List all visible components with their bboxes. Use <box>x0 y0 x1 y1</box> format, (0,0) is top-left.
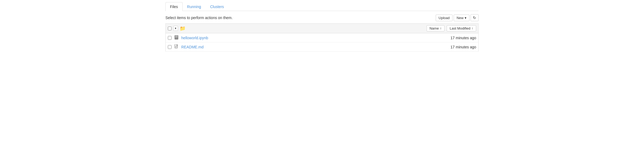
toolbar-actions: Upload New ▾ ↻ <box>436 14 479 21</box>
text-file-icon-readme <box>174 44 179 49</box>
tab-files[interactable]: Files <box>165 2 183 11</box>
sort-name-label: Name <box>430 26 439 30</box>
file-row-left-readme: README.md <box>168 44 203 49</box>
svg-rect-1 <box>175 36 178 36</box>
header-left: ▾ 📁 <box>168 26 186 31</box>
file-row-readme: README.md 17 minutes ago <box>165 42 479 52</box>
notebook-icon-helloworld <box>174 35 179 40</box>
file-link-helloworld[interactable]: helloworld.ipynb <box>181 36 208 40</box>
new-button[interactable]: New ▾ <box>454 15 469 21</box>
refresh-button[interactable]: ↻ <box>471 14 479 21</box>
tab-bar: Files Running Clusters <box>165 2 479 11</box>
header-right: Name ↑ Last Modified ↑ <box>427 25 476 31</box>
select-all-checkbox[interactable] <box>168 27 172 30</box>
tab-running[interactable]: Running <box>183 2 206 11</box>
select-dropdown[interactable]: ▾ <box>173 26 178 31</box>
svg-rect-3 <box>175 37 177 37</box>
sort-modified-button[interactable]: Last Modified ↑ <box>447 25 476 31</box>
svg-rect-2 <box>175 37 178 37</box>
sort-name-button[interactable]: Name ↑ <box>427 25 445 31</box>
sort-modified-arrow: ↑ <box>472 26 473 30</box>
file-row-left-helloworld: helloworld.ipynb <box>168 35 208 40</box>
toolbar: Select items to perform actions on them.… <box>165 14 479 21</box>
sort-name-arrow: ↑ <box>440 26 442 30</box>
upload-button[interactable]: Upload <box>436 15 453 21</box>
file-list: ▾ 📁 Name ↑ Last Modified ↑ <box>165 23 479 52</box>
new-dropdown-arrow: ▾ <box>465 16 467 20</box>
file-list-header: ▾ 📁 Name ↑ Last Modified ↑ <box>165 23 479 33</box>
modified-helloworld: 17 minutes ago <box>450 36 476 40</box>
new-label: New <box>457 16 464 20</box>
modified-readme: 17 minutes ago <box>450 45 476 49</box>
file-link-readme[interactable]: README.md <box>181 45 203 49</box>
svg-rect-4 <box>175 38 178 38</box>
tab-clusters[interactable]: Clusters <box>206 2 228 11</box>
checkbox-helloworld[interactable] <box>168 36 172 40</box>
svg-rect-5 <box>175 44 177 48</box>
checkbox-readme[interactable] <box>168 45 172 49</box>
folder-icon: 📁 <box>180 26 186 31</box>
sort-modified-label: Last Modified <box>450 26 470 30</box>
file-row-helloworld: helloworld.ipynb 17 minutes ago <box>165 33 479 42</box>
help-text: Select items to perform actions on them. <box>165 16 233 20</box>
